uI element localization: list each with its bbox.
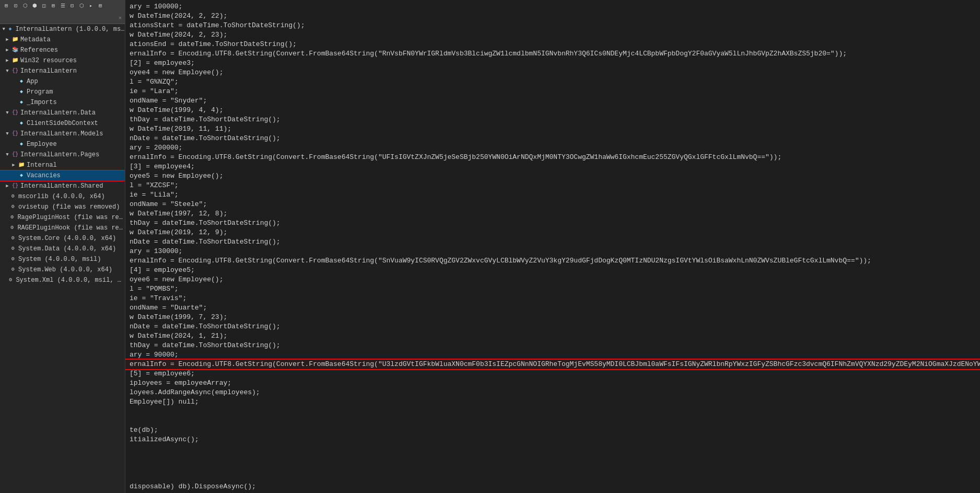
code-line: [4] = employee5;: [125, 266, 980, 275]
tree-item-label: ovisetup (file was removed): [18, 203, 120, 211]
line-content: ationsStart = dateTime.ToShortDateString…: [125, 21, 980, 30]
tree-item-internal[interactable]: ▶📁Internal: [0, 160, 125, 170]
tree-item-label: System.Core (4.0.0.0, x64): [18, 235, 116, 242]
tree-item-label: System.Web (4.0.0.0, x64): [18, 266, 112, 273]
code-line: ary = 100000;: [125, 2, 980, 12]
tree-item-internallanten-models[interactable]: ▼{}InternalLantern.Models: [0, 129, 125, 139]
toolbar-icon-5[interactable]: ◫: [40, 2, 48, 10]
code-line: iployees = employeeArray;: [125, 379, 980, 388]
line-content: ie = "Lara";: [125, 87, 980, 96]
line-content: ary = 200000;: [125, 143, 980, 153]
code-line: w DateTime(2024, 1, 21);: [125, 331, 980, 341]
code-line: w DateTime(2019, 11, 11);: [125, 124, 980, 134]
code-line: oyee5 = new Employee();: [125, 171, 980, 181]
code-line: ie = "Lila";: [125, 190, 980, 200]
tree-item-label: InternalLantern.Pages: [20, 151, 99, 158]
chevron-icon: ▼: [4, 110, 10, 116]
line-content: ary = 130000;: [125, 247, 980, 256]
tree-item-references[interactable]: ▶📚References: [0, 45, 125, 55]
chevron-icon: [10, 173, 17, 179]
tree-item-internallanten-data[interactable]: ▼{}InternalLantern.Data: [0, 108, 125, 118]
tree-item-app[interactable]: ◆App: [0, 76, 125, 87]
tree-item-internallanten-shared[interactable]: ▶{}InternalLantern.Shared: [0, 181, 125, 191]
tree-item-ragepluginhost[interactable]: ⚙RagePluginHost (file was removed): [0, 212, 125, 223]
toolbar-icon-8[interactable]: ⊡: [68, 2, 76, 10]
line-content: iployees = employeeArray;: [125, 379, 980, 388]
dll-icon: ⚙: [9, 245, 17, 253]
line-content: [5] = employee6;: [125, 369, 980, 379]
tree-item-mscorlib[interactable]: ⚙mscorlib (4.0.0.0, x64): [0, 191, 125, 202]
toolbar-icon-11[interactable]: ⊞: [96, 2, 104, 10]
tree-item-label: InternalLantern (1.0.0.0, msil, .NETCore…: [15, 26, 125, 33]
line-content: loyees.AddRangeAsync(employees);: [125, 388, 980, 397]
search-bar: ✕: [0, 12, 125, 24]
tree-item-label: RagePluginHost (file was removed): [17, 214, 125, 221]
tree-item-ovisetup[interactable]: ⚙ovisetup (file was removed): [0, 202, 125, 212]
line-content: nDate = dateTime.ToShortDateString();: [125, 237, 980, 247]
solution-icon: ◈: [6, 26, 14, 33]
line-content: ary = 90000;: [125, 350, 980, 360]
code-line: [125, 463, 980, 473]
tree-item-program[interactable]: ◆Program: [0, 87, 125, 97]
code-line: l = "POMBS";: [125, 284, 980, 294]
tree-item-label: InternalLantern.Data: [20, 109, 96, 117]
dll-icon: ⚙: [9, 203, 17, 211]
code-line: l = "G%NZQ";: [125, 77, 980, 87]
toolbar-icon-9[interactable]: ⬡: [77, 2, 86, 10]
tree-item-vacancies[interactable]: ◆Vacancies: [0, 170, 125, 181]
line-content: te(db);: [125, 426, 980, 435]
search-input[interactable]: [3, 15, 116, 21]
tree-item-label: Program: [27, 88, 53, 96]
tree-item-internallanten-node[interactable]: ▼{}InternalLantern: [0, 66, 125, 76]
tree-item-ragepluginhook[interactable]: ⚙RAGEPluginHook (file was removed): [0, 223, 125, 233]
toolbar-icon-2[interactable]: ⊡: [11, 2, 20, 10]
tree-item-systemcore[interactable]: ⚙System.Core (4.0.0.0, x64): [0, 233, 125, 244]
dll-icon: ⚙: [9, 235, 17, 242]
tree-item-label: Metadata: [20, 36, 51, 43]
folder-icon: 📁: [18, 162, 25, 169]
toolbar-icon-10[interactable]: ▸: [87, 2, 95, 10]
toolbar-icon-4[interactable]: ⬢: [30, 2, 39, 10]
line-content: w DateTime(1999, 4, 4);: [125, 106, 980, 115]
solution-explorer: ▼◈InternalLantern (1.0.0.0, msil, .NETCo…: [0, 24, 125, 493]
tree-item-systemxml[interactable]: ⚙System.Xml (4.0.0.0, msil, .Net Framewo…: [0, 275, 125, 285]
chevron-icon: [10, 141, 17, 147]
toolbar-icon-7[interactable]: ☰: [59, 2, 67, 10]
tree-item-internallanten-root[interactable]: ▼◈InternalLantern (1.0.0.0, msil, .NETCo…: [0, 24, 125, 35]
toolbar-icon-3[interactable]: ⬡: [21, 2, 29, 10]
code-line: ationsStart = dateTime.ToShortDateString…: [125, 21, 980, 30]
cs-icon: ◆: [18, 172, 25, 179]
tree-item-system[interactable]: ⚙System (4.0.0.0, msil): [0, 254, 125, 265]
code-line: [5] = employee6;: [125, 369, 980, 379]
toolbar-icon-1[interactable]: ⊞: [2, 2, 10, 10]
line-content: ary = 100000;: [125, 2, 980, 12]
dll-icon: ⚙: [8, 224, 16, 232]
chevron-icon: ▶: [4, 37, 10, 43]
namespace-icon: {}: [11, 182, 19, 190]
tree-item-clientsidedbcontext[interactable]: ◆ClientSideDbContext: [0, 118, 125, 129]
line-content: l = "G%NZQ";: [125, 77, 980, 87]
dll-icon: ⚙: [9, 193, 17, 200]
tree-item-label: _Imports: [27, 99, 57, 106]
tree-item-win32resources[interactable]: ▶📁Win32 resources: [0, 55, 125, 66]
line-content: w DateTime(2024, 1, 21);: [125, 331, 980, 341]
tree-item-systemweb[interactable]: ⚙System.Web (4.0.0.0, x64): [0, 265, 125, 275]
tree-item-systemdata[interactable]: ⚙System.Data (4.0.0.0, x64): [0, 244, 125, 254]
line-content: w DateTime(2024, 2, 22);: [125, 12, 980, 21]
code-line: ary = 200000;: [125, 143, 980, 153]
toolbar-icon-6[interactable]: ⊞: [49, 2, 57, 10]
search-clear-icon[interactable]: ✕: [119, 15, 122, 21]
code-line: ernalInfo = Encoding.UTF8.GetString(Conv…: [125, 360, 980, 369]
tree-item-_imports[interactable]: ◆_Imports: [0, 97, 125, 108]
code-editor[interactable]: ary = 100000;w DateTime(2024, 2, 22);ati…: [125, 0, 980, 493]
chevron-icon: ▶: [4, 58, 10, 64]
tree-item-internallanten-pages[interactable]: ▼{}InternalLantern.Pages: [0, 150, 125, 160]
tree-item-metadata[interactable]: ▶📁Metadata: [0, 35, 125, 45]
tree-item-employee[interactable]: ◆Employee: [0, 139, 125, 150]
code-line: loyees.AddRangeAsync(employees);: [125, 388, 980, 397]
line-content: ernalInfo = Encoding.UTF8.GetString(Conv…: [125, 49, 980, 59]
code-line: ernalInfo = Encoding.UTF8.GetString(Conv…: [125, 49, 980, 59]
namespace-icon: {}: [11, 67, 19, 75]
sidebar: ⊞ ⊡ ⬡ ⬢ ◫ ⊞ ☰ ⊡ ⬡ ▸ ⊞ ✕ ▼◈InternalLanter…: [0, 0, 125, 493]
code-line: nDate = dateTime.ToShortDateString();: [125, 322, 980, 331]
